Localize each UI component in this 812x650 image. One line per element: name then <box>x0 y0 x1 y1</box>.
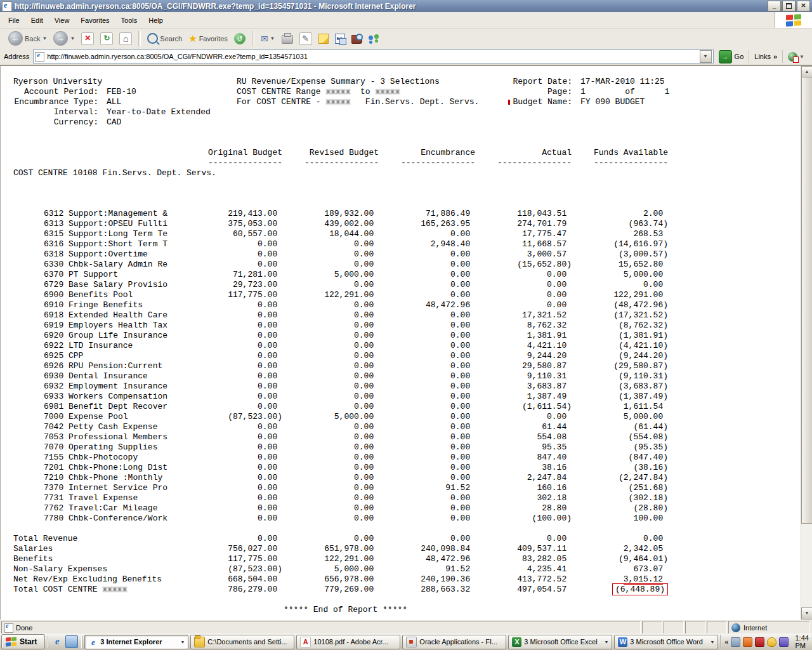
forward-button[interactable]: → ▼ <box>50 30 78 47</box>
internet-explorer-icon[interactable]: e <box>51 636 63 647</box>
report-field-value: Year-to-Date Extended <box>107 107 211 117</box>
menu-view[interactable]: View <box>49 14 75 27</box>
menu-help[interactable]: Help <box>143 14 169 27</box>
account-row-label: 6981 Benefit Dept Recover <box>44 402 167 412</box>
search-button[interactable]: Search <box>144 32 185 45</box>
java-icon[interactable] <box>731 637 740 647</box>
messenger-button[interactable] <box>365 33 382 44</box>
report-cell: 160.16 <box>475 483 572 493</box>
account-row-label: 7370 Internet Service Pro <box>44 483 167 493</box>
back-button[interactable]: ← Back ▼ <box>5 30 50 47</box>
report-cell: (2,247.84) <box>572 473 668 483</box>
taskbar-button-ie[interactable]: e3 Internet Explorer▼ <box>84 635 188 649</box>
account-row-label: 7000 Expense Pool <box>44 412 128 422</box>
restore-button[interactable] <box>782 1 796 11</box>
back-dropdown-icon[interactable]: ▼ <box>42 36 47 41</box>
links-chevron-icon[interactable]: » <box>773 53 777 60</box>
scrollbar-thumb[interactable] <box>801 77 812 524</box>
taskbar-button-oracle[interactable]: Oracle Applications - FI... <box>402 635 506 649</box>
show-desktop-icon[interactable] <box>65 635 78 648</box>
security-alert-icon[interactable] <box>767 637 776 647</box>
taskbar-grip[interactable] <box>47 636 48 648</box>
contribute-dropdown-icon[interactable]: ▼ <box>799 54 804 60</box>
report-cell: (3,000.57) <box>572 249 668 260</box>
report-cell: 2,948.40 <box>379 239 475 249</box>
title-bar: e http://finuweb.admin.ryerson.ca:8005/O… <box>0 0 812 12</box>
menu-file[interactable]: File <box>3 14 25 27</box>
close-button[interactable]: ✕ <box>797 1 810 11</box>
taskbar-group-dropdown-icon[interactable]: ▼ <box>710 640 714 644</box>
history-icon: ↺ <box>234 33 246 44</box>
vertical-scrollbar[interactable]: ▲ ▼ <box>801 66 812 620</box>
report-cell: 0.00 <box>572 280 668 290</box>
column-underline: --------------- <box>186 158 282 168</box>
print-button[interactable] <box>278 32 296 45</box>
report-cell: 0.00 <box>379 412 475 422</box>
report-cell: 0.00 <box>282 473 379 483</box>
mail-dropdown-icon[interactable]: ▼ <box>270 36 275 41</box>
account-row-label: 7155 Chbk-Photocopy <box>44 453 138 463</box>
scroll-down-button[interactable]: ▼ <box>801 607 812 620</box>
report-cell: (251.68) <box>572 483 668 493</box>
report-field-value: 17-MAR-2010 11:25 <box>580 77 665 87</box>
report-cell: (95.35) <box>572 442 668 453</box>
account-row-label: 6926 RPU Pension:Current <box>44 361 162 371</box>
report-cell: 0.00 <box>282 310 379 321</box>
column-underline: --------------- <box>379 158 475 168</box>
report-cell: 0.00 <box>379 442 475 453</box>
report-cell: 0.00 <box>282 280 379 290</box>
home-button[interactable]: ⌂ <box>116 31 135 46</box>
report-cell: 0.00 <box>186 473 282 483</box>
research-button[interactable] <box>348 32 365 45</box>
report-cell: 0.00 <box>379 351 475 361</box>
account-row-label: 6729 Base Salary Provisio <box>44 280 167 290</box>
contribute-button[interactable]: ▼ <box>782 50 809 63</box>
taskbar-button-folder[interactable]: C:\Documents and Setti... <box>190 635 294 649</box>
taskbar-grip[interactable] <box>81 636 82 648</box>
translate-button[interactable]: En <box>332 32 348 45</box>
start-button[interactable]: Start <box>1 634 45 649</box>
taskbar-button-acrobat[interactable]: A10108.pdf - Adobe Acr... <box>296 635 400 649</box>
edit-button[interactable]: ✎ <box>296 31 315 46</box>
start-label: Start <box>20 637 37 646</box>
report-cell: 189,932.00 <box>282 209 379 219</box>
mail-button[interactable]: ✉ ▼ <box>258 32 278 45</box>
messenger-tray-icon[interactable] <box>779 637 789 647</box>
taskbar-button-label: 10108.pdf - Adobe Acr... <box>313 638 396 646</box>
menu-edit[interactable]: Edit <box>25 14 49 27</box>
minimize-button[interactable]: _ <box>768 1 781 11</box>
links-bar[interactable]: Links » <box>749 50 782 63</box>
report-cell: 0.00 <box>282 432 379 442</box>
go-button[interactable]: → Go <box>719 50 744 63</box>
favorites-button[interactable]: ★ Favorites <box>185 32 231 46</box>
report-cell: (38.16) <box>572 463 668 473</box>
tray-chevron-icon[interactable]: « <box>724 638 728 646</box>
menu-favorites[interactable]: Favorites <box>75 14 115 27</box>
address-url[interactable]: http://finuweb.admin.ryerson.ca:8005/OA_… <box>47 53 699 60</box>
notes-button[interactable] <box>315 32 332 45</box>
account-row-label: 6930 Dental Insurance <box>44 371 148 381</box>
report-cell: 0.00 <box>186 402 282 412</box>
account-row-label: 6313 Support:OPSEU Fullti <box>44 219 167 229</box>
ie-page-icon: e <box>2 1 12 11</box>
taskbar-group-dropdown-icon[interactable]: ▼ <box>180 640 185 644</box>
report-cell: 0.00 <box>186 514 282 524</box>
report-cell: 274,701.79 <box>475 219 572 229</box>
account-row-label: 6370 PT Support <box>44 270 118 280</box>
report-cell: 0.00 <box>379 534 475 544</box>
report-org: Ryerson University <box>13 77 102 87</box>
taskbar-group-dropdown-icon[interactable]: ▼ <box>604 640 608 644</box>
account-row-label: 6925 CPP <box>44 351 83 361</box>
forward-dropdown-icon[interactable]: ▼ <box>70 36 75 41</box>
java-update-icon[interactable] <box>743 637 752 647</box>
history-button[interactable]: ↺ <box>231 32 249 46</box>
taskbar-button-word[interactable]: W3 Microsoft Office Word▼ <box>614 635 718 649</box>
address-input[interactable]: e http://finuweb.admin.ryerson.ca:8005/O… <box>33 50 713 63</box>
antivirus-icon[interactable] <box>755 637 764 647</box>
taskbar-button-excel[interactable]: X3 Microsoft Office Excel▼ <box>508 635 612 649</box>
refresh-button[interactable]: ↻ <box>97 31 116 46</box>
address-dropdown-button[interactable]: ▼ <box>700 50 712 63</box>
stop-button[interactable]: ✕ <box>78 31 97 46</box>
menu-tools[interactable]: Tools <box>115 14 143 27</box>
report-cell: 15,652.80 <box>572 260 668 270</box>
